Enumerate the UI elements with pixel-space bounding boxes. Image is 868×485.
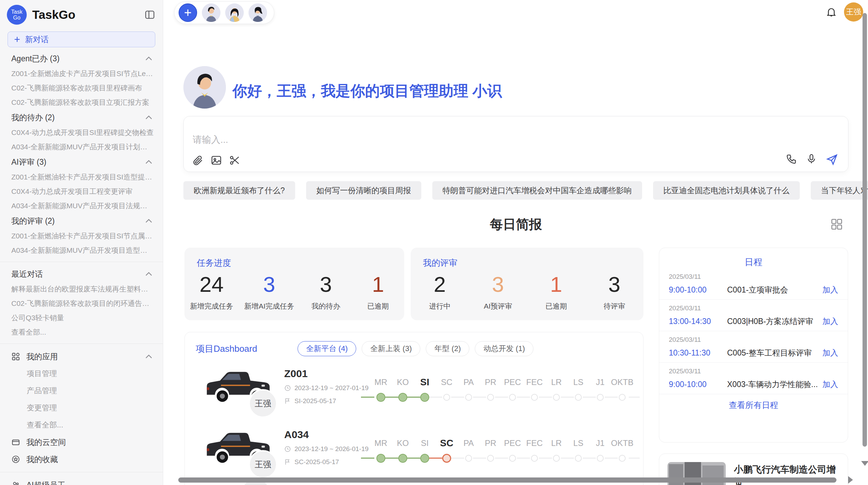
notifications-bell-icon[interactable] bbox=[825, 6, 837, 18]
sidebar-item[interactable]: Z001-全新燃油皮卡产品开发项目SI节点Lesson Learn报告 bbox=[0, 66, 163, 81]
agent-avatar-1[interactable] bbox=[202, 3, 220, 22]
suggestion-chip[interactable]: 特朗普可能对进口汽车增税会对中国车企造成哪些影响 bbox=[432, 181, 642, 200]
suggestion-chip[interactable]: 当下年轻人对汽车外观有怎样的喜好趋势 bbox=[811, 181, 868, 200]
view-all-schedules-link[interactable]: 查看所有日程 bbox=[659, 400, 848, 411]
view-all-chats-link[interactable]: 查看全部... bbox=[0, 325, 163, 339]
milestone-stop: LS bbox=[567, 436, 589, 466]
sidebar-item[interactable]: Z001-全新燃油轻卡产品开发项目SI造型提交物评审 bbox=[0, 170, 163, 184]
milestone-dot-wrap bbox=[509, 451, 516, 466]
my-apps-header[interactable]: 我的应用 bbox=[0, 348, 163, 365]
sidebar-section-header[interactable]: AI评审 (3) bbox=[0, 154, 163, 170]
new-chat-button[interactable]: 新对话 bbox=[8, 32, 155, 47]
sidebar-item[interactable]: A034-全新新能源MUV产品开发项目造型可行性评审 bbox=[0, 243, 163, 258]
scroll-right-arrow[interactable] bbox=[848, 476, 853, 484]
greeting-text: 你好，王强，我是你的项目管理助理 小识 bbox=[232, 81, 502, 101]
sidebar-tool-1[interactable]: AI超级员工 bbox=[0, 476, 163, 485]
insert-image-icon[interactable] bbox=[210, 154, 222, 166]
sidebar-section-header[interactable]: Agent已办 (3) bbox=[0, 51, 163, 66]
stat-label: 新增完成任务 bbox=[190, 301, 233, 311]
join-button[interactable]: 加入 bbox=[822, 316, 838, 327]
sidebar-section-header[interactable]: 我的评审 (2) bbox=[0, 213, 163, 229]
milestone-label: PA bbox=[463, 436, 474, 451]
voice-call-icon[interactable] bbox=[786, 153, 797, 165]
milestone-dot bbox=[398, 454, 407, 463]
dashboard-tab[interactable]: 全新平台 (4) bbox=[298, 341, 356, 356]
project-code: Z001 bbox=[284, 368, 308, 380]
scissors-icon[interactable] bbox=[229, 154, 241, 166]
sidebar-item[interactable]: A034-全新新能源MUV产品开发项目计划变更表编写 bbox=[0, 140, 163, 154]
agent-avatar-2[interactable] bbox=[225, 3, 244, 22]
schedule-title-text: X003-车辆动力学性能验... bbox=[727, 379, 822, 390]
milestone-stop: FEC bbox=[523, 375, 545, 405]
schedule-date: 2025/03/11 bbox=[669, 336, 838, 344]
sidebar-item[interactable]: C02-飞腾新能源轻客改款项目立项汇报方案 bbox=[0, 95, 163, 110]
dashboard-tab[interactable]: 全新上装 (3) bbox=[362, 341, 420, 356]
app-subitem[interactable]: 产品管理 bbox=[0, 382, 163, 399]
scroll-down-arrow[interactable] bbox=[861, 461, 868, 466]
milestone-stop: LR bbox=[545, 375, 567, 405]
recent-chat-item[interactable]: 公司Q3轻卡销量 bbox=[0, 311, 163, 325]
join-button[interactable]: 加入 bbox=[822, 379, 838, 390]
vertical-scrollbar[interactable] bbox=[863, 13, 867, 447]
attachment-paperclip-icon[interactable] bbox=[192, 154, 204, 166]
collapse-sidebar-icon[interactable] bbox=[144, 9, 155, 20]
milestone-dot bbox=[619, 394, 626, 401]
user-avatar[interactable]: 王强 bbox=[844, 2, 863, 22]
agent-avatar-3[interactable] bbox=[249, 3, 267, 22]
dashboard-tab[interactable]: 动总开发 (1) bbox=[475, 341, 533, 356]
app-subitem[interactable]: 项目管理 bbox=[0, 365, 163, 382]
milestone-dot bbox=[553, 394, 560, 401]
milestone-stop: PA bbox=[458, 436, 480, 466]
milestone-dot-wrap bbox=[398, 390, 407, 405]
project-date-range: 2023-12-19 ~ 2026-01-19 bbox=[294, 445, 369, 453]
suggestion-chip[interactable]: 如何写一份清晰的项目周报 bbox=[306, 181, 421, 200]
milestone-dot bbox=[443, 394, 450, 401]
project-row: 王强Z0012023-12-19 ~ 2027-01-19SI-2025-05-… bbox=[185, 362, 643, 417]
schedule-item: 2025/03/1113:00-14:30C003|H0B-方案冻结评审加入 bbox=[659, 300, 848, 331]
sidebar-item[interactable]: C0X4-动力总成开发项目SI里程碑提交物检查 bbox=[0, 125, 163, 140]
send-icon[interactable] bbox=[825, 153, 839, 166]
horizontal-scrollbar[interactable] bbox=[178, 477, 836, 483]
my-favorites-item[interactable]: 我的收藏 bbox=[0, 451, 163, 468]
schedule-item: 2025/03/119:00-10:00C001-立项审批会加入 bbox=[659, 268, 848, 300]
stat-label: 待评审 bbox=[594, 301, 635, 311]
schedule-title: 日程 bbox=[659, 256, 848, 268]
milestone-stop: PR bbox=[480, 436, 502, 466]
app-logo: Task Go bbox=[7, 5, 27, 25]
my-cloud-item[interactable]: 我的云空间 bbox=[0, 434, 163, 451]
stat-value: 3 bbox=[594, 272, 635, 297]
card-title: 我的评审 bbox=[411, 248, 643, 269]
milestone-dot-wrap bbox=[531, 451, 538, 466]
suggestion-chip[interactable]: 比亚迪全固态电池计划具体说了什么 bbox=[653, 181, 800, 200]
layout-grid-icon[interactable] bbox=[830, 218, 843, 230]
sidebar-item[interactable]: C0X4-动力总成开发项目工程变更评审 bbox=[0, 184, 163, 199]
milestone-dot bbox=[465, 455, 472, 462]
plus-icon bbox=[13, 36, 21, 43]
microphone-icon[interactable] bbox=[806, 153, 817, 165]
stat: 3AI预评审 bbox=[478, 272, 519, 311]
stat: 1已逾期 bbox=[535, 272, 577, 311]
app-subitem[interactable]: 变更管理 bbox=[0, 399, 163, 416]
dashboard-tab[interactable]: 年型 (2) bbox=[426, 341, 469, 356]
milestone-stop: J1 bbox=[589, 436, 611, 466]
recent-chats-header[interactable]: 最近对话 bbox=[0, 266, 163, 282]
milestone-stops: MRKOSISCPAPRPECFECLRLSJ1OKTB bbox=[370, 375, 633, 405]
recent-chat-item[interactable]: 解释最新出台的欧盟报废车法规再生塑料比例被调至15%... bbox=[0, 282, 163, 296]
milestone-dot-wrap bbox=[619, 390, 626, 405]
recent-chat-item[interactable]: C02-飞腾新能源轻客改款项目的闭环通告反馈情况 bbox=[0, 296, 163, 311]
milestone-label: PEC bbox=[504, 436, 521, 451]
app-subitem[interactable]: 查看全部... bbox=[0, 416, 163, 434]
suggestion-chip[interactable]: 欧洲新规最近颁布了什么? bbox=[183, 181, 295, 200]
sidebar-item[interactable]: A034-全新新能源MUV产品开发项目法规符合性评审 bbox=[0, 199, 163, 213]
sidebar-item[interactable]: C02-飞腾新能源轻客改款项目里程碑画布 bbox=[0, 81, 163, 95]
divider bbox=[0, 472, 163, 472]
sidebar-item[interactable]: Z001-全新燃油轻卡产品开发项目SI节点属性5D文件评审 bbox=[0, 229, 163, 243]
milestone-dot-wrap bbox=[376, 390, 385, 405]
chat-input[interactable] bbox=[192, 134, 673, 146]
join-button[interactable]: 加入 bbox=[822, 348, 838, 358]
milestone-label: MR bbox=[374, 436, 387, 451]
join-button[interactable]: 加入 bbox=[822, 285, 838, 295]
new-session-button[interactable] bbox=[179, 3, 197, 22]
milestone-dot-wrap bbox=[420, 390, 429, 405]
sidebar-section-header[interactable]: 我的待办 (2) bbox=[0, 110, 163, 125]
